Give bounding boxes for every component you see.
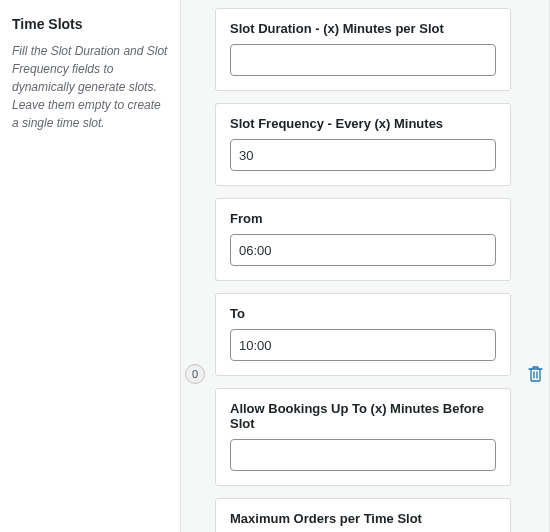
from-label: From <box>230 211 496 226</box>
to-field: To <box>215 293 511 376</box>
slot-duration-field: Slot Duration - (x) Minutes per Slot <box>215 8 511 91</box>
trash-icon <box>528 366 543 382</box>
slot-duration-label: Slot Duration - (x) Minutes per Slot <box>230 21 496 36</box>
sidebar-title: Time Slots <box>12 16 168 32</box>
time-slot-row: 0 Slot Duration - (x) Minutes per Slot S… <box>181 0 549 532</box>
settings-sidebar: Time Slots Fill the Slot Duration and Sl… <box>0 0 180 532</box>
lockout-before-field: Allow Bookings Up To (x) Minutes Before … <box>215 388 511 486</box>
max-orders-field: Maximum Orders per Time Slot <box>215 498 511 532</box>
lockout-before-label: Allow Bookings Up To (x) Minutes Before … <box>230 401 496 431</box>
delete-slot-button[interactable] <box>528 366 543 382</box>
from-field: From <box>215 198 511 281</box>
from-input[interactable] <box>230 234 496 266</box>
time-slot-rows: 0 Slot Duration - (x) Minutes per Slot S… <box>180 0 550 532</box>
to-label: To <box>230 306 496 321</box>
to-input[interactable] <box>230 329 496 361</box>
drag-handle[interactable]: 0 <box>185 364 205 384</box>
slot-duration-input[interactable] <box>230 44 496 76</box>
slot-frequency-field: Slot Frequency - Every (x) Minutes <box>215 103 511 186</box>
slot-frequency-label: Slot Frequency - Every (x) Minutes <box>230 116 496 131</box>
slot-frequency-input[interactable] <box>230 139 496 171</box>
max-orders-label: Maximum Orders per Time Slot <box>230 511 496 526</box>
lockout-before-input[interactable] <box>230 439 496 471</box>
sidebar-description: Fill the Slot Duration and Slot Frequenc… <box>12 42 168 132</box>
